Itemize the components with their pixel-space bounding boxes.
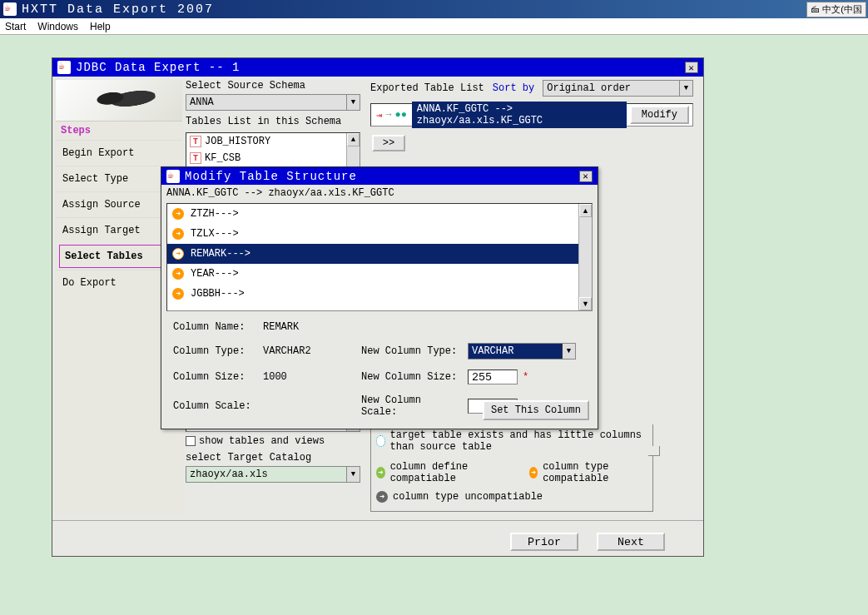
app-titlebar: HXTT Data Export 2007 [0, 0, 868, 18]
arrow-icon: ➜ [172, 288, 184, 300]
column-list[interactable]: ➜ ZTZH---> ➜ TZLX---> ➜ REMARK---> ➜ YEA… [166, 203, 593, 311]
value-column-name: REMARK [263, 321, 355, 333]
arrow-icon: ➜ [172, 248, 184, 260]
status-icon: • [376, 435, 385, 447]
column-row[interactable]: ➜ JGBBH---> [167, 284, 592, 304]
column-row[interactable]: ➜ ZTZH---> [167, 204, 592, 224]
arrow-icon: → [385, 109, 391, 121]
legend-text: target table exists and has little colum… [390, 429, 647, 453]
legend-fragment [648, 446, 660, 456]
column-row-selected[interactable]: ➜ REMARK---> [167, 244, 592, 264]
status-icon: ➜ [376, 467, 385, 479]
dialog-titlebar: Modify Table Structure ✕ [161, 167, 598, 185]
next-button[interactable]: Next [597, 533, 665, 551]
ime-indicator[interactable]: 🖮 中文(中国 [806, 2, 866, 17]
label-new-column-type: New Column Type: [361, 345, 461, 357]
label-new-column-scale: New Column Scale: [361, 394, 461, 418]
modify-table-dialog: Modify Table Structure ✕ ANNA.KF_GGTC --… [161, 166, 598, 429]
move-right-button[interactable]: >> [372, 135, 405, 151]
sort-by-label: Sort by [493, 82, 534, 94]
menu-windows[interactable]: Windows [37, 21, 78, 32]
export-row-text: ANNA.KF_GGTC --> zhaoyx/aa.xls.KF_GGTC [412, 102, 627, 128]
value-column-size: 1000 [263, 371, 355, 383]
label-column-type: Column Type: [173, 345, 256, 357]
menubar: Start Windows Help [0, 18, 868, 35]
java-icon [3, 2, 17, 16]
export-area: Exported Table List Sort by Original ord… [370, 80, 693, 126]
table-icon: T [190, 152, 201, 164]
close-icon[interactable]: ✕ [579, 171, 593, 182]
catalog-label: select Target Catalog [186, 452, 360, 464]
workspace: JDBC Data Expert -- 1 ✕ Steps Begin Expo… [0, 35, 868, 615]
label-column-size: Column Size: [173, 371, 256, 383]
column-name: JGBBH---> [191, 288, 245, 300]
table-row[interactable]: T JOB_HISTORY [186, 133, 360, 150]
legend-text: column type uncompatiable [393, 491, 543, 503]
table-name: KF_CSB [205, 152, 241, 164]
exported-table-list[interactable]: ⇥ → ●● ANNA.KF_GGTC --> zhaoyx/aa.xls.KF… [370, 103, 693, 126]
eagle-logo [56, 80, 182, 122]
chevron-down-icon[interactable]: ▼ [562, 344, 575, 359]
new-column-type-value: VARCHAR [469, 345, 562, 357]
exported-list-label: Exported Table List [370, 82, 484, 94]
menu-help[interactable]: Help [90, 21, 111, 32]
transfer-icon: ⇥ [376, 109, 382, 122]
sort-combo[interactable]: Original order ▼ [543, 80, 693, 97]
value-column-type: VARCHAR2 [263, 345, 355, 357]
dots-icon: ●● [394, 109, 406, 121]
scroll-down-icon[interactable]: ▼ [579, 297, 592, 310]
steps-header: Steps [56, 122, 182, 140]
schema-combo[interactable]: ANNA ▼ [186, 94, 360, 111]
chevron-down-icon[interactable]: ▼ [679, 81, 692, 96]
arrow-icon: ➜ [172, 228, 184, 240]
chevron-down-icon[interactable]: ▼ [346, 467, 360, 482]
column-row[interactable]: ➜ TZLX---> [167, 224, 592, 244]
label-column-name: Column Name: [173, 321, 256, 333]
export-row[interactable]: ⇥ → ●● ANNA.KF_GGTC --> zhaoyx/aa.xls.KF… [371, 106, 692, 124]
column-name: TZLX---> [191, 228, 239, 240]
tables-list-label: Tables List in this Schema [186, 116, 360, 127]
label-new-column-size: New Column Size: [361, 371, 461, 383]
scroll-up-icon[interactable]: ▲ [347, 133, 360, 146]
checkbox-icon[interactable] [186, 436, 196, 446]
status-icon: ➜ [376, 491, 388, 503]
legend-text: column type compatiable [543, 461, 647, 484]
arrow-icon: ➜ [172, 268, 184, 280]
close-icon[interactable]: ✕ [685, 62, 698, 73]
show-tables-label: show tables and views [199, 435, 325, 447]
dialog-title: Modify Table Structure [185, 170, 357, 183]
table-row[interactable]: T KF_CSB [186, 150, 360, 166]
inner-window-titlebar: JDBC Data Expert -- 1 ✕ [52, 58, 703, 77]
chevron-down-icon[interactable]: ▼ [346, 95, 360, 110]
scrollbar[interactable]: ▲ ▼ [578, 204, 592, 310]
new-column-type-combo[interactable]: VARCHAR ▼ [468, 343, 576, 360]
column-name: REMARK---> [191, 248, 250, 260]
table-icon: T [190, 136, 201, 147]
app-title: HXTT Data Export 2007 [22, 2, 214, 17]
inner-window-title: JDBC Data Expert -- 1 [76, 61, 240, 74]
status-icon: ➜ [529, 467, 538, 479]
set-this-column-button[interactable]: Set This Column [483, 400, 589, 420]
arrow-icon: ➜ [172, 208, 184, 220]
menu-start[interactable]: Start [5, 21, 26, 32]
prior-button[interactable]: Prior [510, 533, 578, 551]
show-tables-views-checkbox[interactable]: show tables and views [186, 435, 360, 447]
legend-text: column define compatiable [390, 461, 504, 484]
column-row[interactable]: ➜ YEAR---> [167, 264, 592, 284]
java-icon [57, 61, 71, 74]
step-begin-export[interactable]: Begin Export [56, 140, 182, 166]
dialog-path: ANNA.KF_GGTC --> zhaoyx/aa.xls.KF_GGTC [161, 185, 598, 201]
column-name: ZTZH---> [191, 208, 239, 220]
schema-value: ANNA [186, 97, 346, 108]
scroll-up-icon[interactable]: ▲ [579, 204, 592, 217]
legend-group: • target table exists and has little col… [370, 424, 653, 512]
nav-buttons: Prior Next [52, 520, 703, 551]
modify-button[interactable]: Modify [630, 106, 689, 124]
sort-value: Original order [543, 82, 679, 94]
new-column-size-input[interactable] [468, 369, 518, 384]
catalog-combo[interactable]: zhaoyx/aa.xls ▼ [186, 466, 360, 483]
table-name: JOB_HISTORY [205, 136, 270, 147]
java-icon [166, 170, 180, 183]
label-column-scale: Column Scale: [173, 400, 256, 412]
catalog-value: zhaoyx/aa.xls [186, 469, 346, 480]
